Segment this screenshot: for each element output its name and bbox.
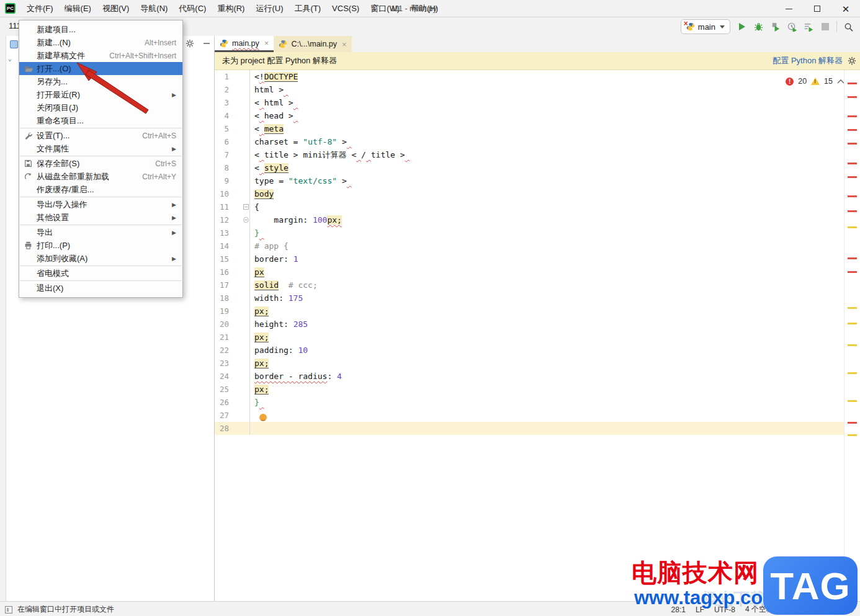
close-button[interactable]: ✕ (831, 0, 860, 17)
hide-panel-icon[interactable] (203, 40, 210, 47)
gear-icon[interactable] (186, 39, 194, 48)
error-stripe-mark[interactable] (848, 257, 857, 259)
code-line[interactable]: 12 margin: 100px;– (215, 213, 844, 226)
code-line[interactable]: 16px (215, 266, 844, 279)
tree-collapse-chevron[interactable]: ˅ (8, 58, 12, 63)
menu-item[interactable]: 另存为... (19, 75, 182, 88)
code-line[interactable]: 4< head > (215, 109, 844, 122)
run-tasks-button[interactable] (803, 21, 814, 32)
menu-item[interactable]: 从磁盘全部重新加载Ctrl+Alt+Y (19, 170, 182, 183)
menu-item[interactable]: 新建草稿文件Ctrl+Alt+Shift+Insert (19, 49, 182, 62)
menubar-item[interactable]: 工具(T) (289, 0, 326, 17)
configure-interpreter-link[interactable]: 配置 Python 解释器 (773, 55, 843, 66)
menubar-item[interactable]: 文件(F) (21, 0, 59, 17)
error-stripe-mark[interactable] (848, 422, 857, 424)
code-line[interactable]: 15border: 1 (215, 252, 844, 266)
banner-gear-icon[interactable] (848, 56, 856, 65)
maximize-button[interactable] (803, 0, 831, 17)
menu-item[interactable]: 新建...(N)Alt+Insert (19, 36, 182, 49)
search-everywhere-icon[interactable] (843, 21, 854, 32)
run-with-coverage-button[interactable] (769, 21, 781, 32)
menu-item[interactable]: 退出(X) (19, 282, 182, 295)
warning-stripe-mark[interactable] (848, 344, 857, 346)
menu-item[interactable]: 文件属性▶ (19, 142, 182, 155)
menubar-item[interactable]: 代码(C) (173, 0, 212, 17)
code-line[interactable]: 18width: 175 (215, 292, 844, 305)
debug-button[interactable] (753, 21, 764, 32)
project-tool-window-icon[interactable] (10, 40, 18, 48)
warning-stripe-mark[interactable] (848, 400, 857, 402)
menubar-item[interactable]: VCS(S) (326, 0, 365, 17)
tool-window-switcher-icon[interactable] (5, 606, 12, 614)
menu-item[interactable]: 添加到收藏(A)▶ (19, 252, 182, 265)
minimize-button[interactable] (774, 0, 803, 17)
warning-stripe-mark[interactable] (848, 226, 857, 228)
tab-close-icon[interactable]: × (264, 38, 269, 48)
code-line[interactable]: 21px; (215, 331, 844, 344)
intention-bulb-icon[interactable] (259, 414, 267, 421)
menu-item[interactable]: 打开最近(R)▶ (19, 88, 182, 101)
code-line[interactable]: 2html > (215, 83, 844, 96)
menu-item[interactable]: 作废缓存/重启... (19, 183, 182, 196)
warning-stripe-mark[interactable] (848, 434, 857, 436)
code-line[interactable]: 5< meta (215, 122, 844, 135)
error-stripe-mark[interactable] (848, 195, 857, 197)
error-stripe-mark[interactable] (848, 83, 857, 84)
menubar-item[interactable]: 视图(V) (97, 0, 135, 17)
code-line[interactable]: 8< style (215, 161, 844, 174)
fold-marker-icon[interactable]: – (243, 217, 249, 223)
menu-item[interactable]: 打印...(P) (19, 239, 182, 252)
menu-item[interactable]: 重命名项目... (19, 114, 182, 127)
error-stripe-mark[interactable] (848, 115, 857, 117)
code-line[interactable]: 3< html > (215, 96, 844, 109)
menu-item[interactable]: 导出/导入操作▶ (19, 198, 182, 211)
warning-stripe-mark[interactable] (848, 323, 857, 324)
menubar-item[interactable]: 导航(N) (135, 0, 173, 17)
code-line[interactable]: 25px; (215, 383, 844, 396)
tab-main-py[interactable]: main.py × (215, 36, 274, 52)
menubar-item[interactable]: 重构(R) (212, 0, 250, 17)
menubar-item[interactable]: 编辑(E) (59, 0, 97, 17)
warning-stripe-mark[interactable] (848, 307, 857, 309)
code-line[interactable]: 23px; (215, 357, 844, 370)
menu-item[interactable]: 省电模式 (19, 267, 182, 280)
code-line[interactable]: 22padding: 10 (215, 344, 844, 357)
error-stripe-mark[interactable] (848, 96, 857, 98)
code-line[interactable]: 6charset = "utf-8" > (215, 135, 844, 148)
tab-close-icon[interactable]: × (342, 40, 347, 49)
code-line[interactable]: 24border - radius: 4 (215, 370, 844, 383)
code-editor[interactable]: 1<!DOCTYPE2html > 3< html > 4< head > 5<… (215, 70, 844, 601)
code-line[interactable]: 13} (215, 226, 844, 239)
menu-item[interactable]: 设置(T)...Ctrl+Alt+S (19, 129, 182, 142)
code-line[interactable]: 7< title > mini计算器 < / title > (215, 148, 844, 161)
code-line[interactable]: 17solid # ccc; (215, 279, 844, 292)
code-line[interactable]: 27 (215, 409, 844, 422)
error-stripe-mark[interactable] (848, 176, 857, 178)
menu-item[interactable]: 保存全部(S)Ctrl+S (19, 157, 182, 170)
menu-item[interactable]: 新建项目... (19, 23, 182, 36)
menu-item[interactable]: 关闭项目(J) (19, 101, 182, 114)
code-line[interactable]: 11{– (215, 200, 844, 213)
code-line[interactable]: 10body (215, 187, 844, 200)
error-stripe-scrollbar[interactable] (844, 70, 860, 601)
error-stripe-mark[interactable] (848, 210, 857, 212)
tab-external-main-py[interactable]: C:\...\main.py × (274, 36, 351, 52)
code-line[interactable]: 14# app { (215, 239, 844, 252)
menubar-item[interactable]: 运行(U) (250, 0, 289, 17)
run-config-selector[interactable]: × main (681, 19, 730, 34)
error-stripe-mark[interactable] (848, 143, 857, 145)
code-line[interactable]: 28 (215, 422, 844, 435)
error-stripe-mark[interactable] (848, 271, 857, 273)
menu-item[interactable]: 导出▶ (19, 226, 182, 239)
code-line[interactable]: 19px; (215, 305, 844, 318)
menu-item[interactable]: 其他设置▶ (19, 211, 182, 224)
error-stripe-mark[interactable] (848, 163, 857, 164)
code-line[interactable]: 1<!DOCTYPE (215, 70, 844, 83)
error-stripe-mark[interactable] (848, 129, 857, 131)
warning-stripe-mark[interactable] (848, 372, 857, 374)
stop-button[interactable] (820, 21, 831, 32)
menu-item[interactable]: 打开...(O) (19, 62, 182, 75)
fold-marker-icon[interactable]: – (243, 204, 249, 210)
code-line[interactable]: 9type = "text/css" > (215, 174, 844, 187)
run-button[interactable] (736, 21, 747, 32)
